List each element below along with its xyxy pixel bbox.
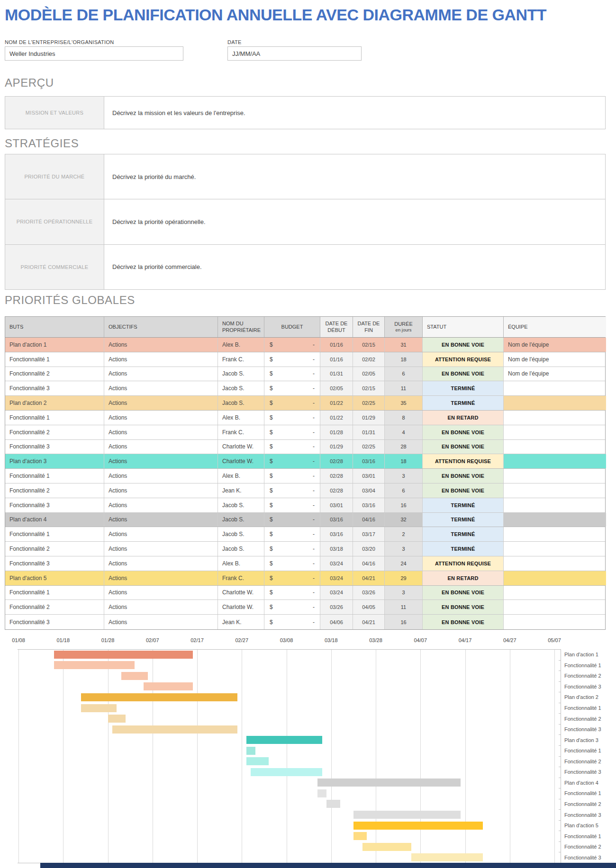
cell-objectif[interactable]: Actions bbox=[104, 600, 218, 614]
cell-owner[interactable]: Alex B. bbox=[218, 469, 264, 483]
cell-objectif[interactable]: Actions bbox=[104, 454, 218, 468]
cell-team[interactable] bbox=[504, 600, 606, 614]
status-badge[interactable]: EN BONNE VOIE bbox=[423, 367, 504, 381]
cell-team[interactable] bbox=[504, 440, 606, 454]
cell-but[interactable]: Fonctionnalité 2 bbox=[5, 367, 104, 381]
cell-budget[interactable]: $- bbox=[264, 483, 320, 498]
cell-start-date[interactable]: 03/24 bbox=[320, 556, 353, 571]
cell-owner[interactable]: Charlotte W. bbox=[218, 454, 264, 468]
cell-start-date[interactable]: 01/22 bbox=[320, 411, 353, 425]
cell-end-date[interactable]: 03/16 bbox=[353, 498, 385, 512]
cell-end-date[interactable]: 02/25 bbox=[353, 396, 385, 410]
cell-objectif[interactable]: Actions bbox=[104, 396, 218, 410]
cell-duration[interactable]: 3 bbox=[385, 542, 423, 556]
cell-budget[interactable]: $- bbox=[264, 571, 320, 585]
info-row-text[interactable]: Décrivez la priorité opérationnelle. bbox=[104, 199, 605, 244]
cell-team[interactable] bbox=[504, 556, 606, 571]
cell-owner[interactable]: Charlotte W. bbox=[218, 586, 264, 600]
status-badge[interactable]: ATTENTION REQUISE bbox=[423, 454, 504, 468]
cell-but[interactable]: Fonctionnalité 1 bbox=[5, 586, 104, 600]
cell-end-date[interactable]: 02/15 bbox=[353, 381, 385, 395]
cell-objectif[interactable]: Actions bbox=[104, 542, 218, 556]
cell-budget[interactable]: $- bbox=[264, 542, 320, 556]
cell-team[interactable] bbox=[504, 396, 606, 410]
cell-start-date[interactable]: 02/28 bbox=[320, 454, 353, 468]
cell-end-date[interactable]: 04/21 bbox=[353, 615, 385, 629]
cell-budget[interactable]: $- bbox=[264, 527, 320, 541]
status-badge[interactable]: EN RETARD bbox=[423, 411, 504, 425]
cell-objectif[interactable]: Actions bbox=[104, 483, 218, 498]
cell-start-date[interactable]: 03/16 bbox=[320, 513, 353, 527]
cell-start-date[interactable]: 02/28 bbox=[320, 483, 353, 498]
cell-team[interactable]: Nom de l'équipe bbox=[504, 338, 606, 352]
cell-objectif[interactable]: Actions bbox=[104, 586, 218, 600]
cell-duration[interactable]: 16 bbox=[385, 498, 423, 512]
cell-owner[interactable]: Charlotte W. bbox=[218, 600, 264, 614]
cell-but[interactable]: Fonctionnalité 2 bbox=[5, 483, 104, 498]
cell-team[interactable] bbox=[504, 542, 606, 556]
cell-but[interactable]: Fonctionnalité 1 bbox=[5, 352, 104, 367]
cell-duration[interactable]: 3 bbox=[385, 586, 423, 600]
cell-owner[interactable]: Jacob S. bbox=[218, 513, 264, 527]
cell-duration[interactable]: 29 bbox=[385, 571, 423, 585]
cell-budget[interactable]: $- bbox=[264, 338, 320, 352]
cell-but[interactable]: Plan d'action 1 bbox=[5, 338, 104, 352]
status-badge[interactable]: TERMINÉ bbox=[423, 527, 504, 541]
cell-end-date[interactable]: 03/04 bbox=[353, 483, 385, 498]
cell-team[interactable]: Nom de l'équipe bbox=[504, 367, 606, 381]
status-badge[interactable]: EN BONNE VOIE bbox=[423, 586, 504, 600]
cell-budget[interactable]: $- bbox=[264, 615, 320, 629]
cell-objectif[interactable]: Actions bbox=[104, 571, 218, 585]
cell-owner[interactable]: Jacob S. bbox=[218, 542, 264, 556]
cell-duration[interactable]: 18 bbox=[385, 352, 423, 367]
cell-but[interactable]: Fonctionnalité 3 bbox=[5, 381, 104, 395]
status-badge[interactable]: EN BONNE VOIE bbox=[423, 615, 504, 629]
status-badge[interactable]: TERMINÉ bbox=[423, 542, 504, 556]
cell-objectif[interactable]: Actions bbox=[104, 469, 218, 483]
cell-objectif[interactable]: Actions bbox=[104, 615, 218, 629]
cell-objectif[interactable]: Actions bbox=[104, 381, 218, 395]
cell-team[interactable] bbox=[504, 498, 606, 512]
cell-but[interactable]: Plan d'action 3 bbox=[5, 454, 104, 468]
company-name-input[interactable]: Weller Industries bbox=[5, 46, 183, 61]
cell-duration[interactable]: 16 bbox=[385, 615, 423, 629]
cell-start-date[interactable]: 03/26 bbox=[320, 600, 353, 614]
cell-end-date[interactable]: 02/25 bbox=[353, 440, 385, 454]
cell-duration[interactable]: 35 bbox=[385, 396, 423, 410]
cell-objectif[interactable]: Actions bbox=[104, 425, 218, 439]
status-badge[interactable]: ATTENTION REQUISE bbox=[423, 556, 504, 571]
cell-owner[interactable]: Charlotte W. bbox=[218, 440, 264, 454]
cell-owner[interactable]: Frank C. bbox=[218, 571, 264, 585]
cell-budget[interactable]: $- bbox=[264, 498, 320, 512]
cell-end-date[interactable]: 03/16 bbox=[353, 454, 385, 468]
cell-duration[interactable]: 3 bbox=[385, 469, 423, 483]
cell-end-date[interactable]: 03/26 bbox=[353, 586, 385, 600]
cell-end-date[interactable]: 02/05 bbox=[353, 367, 385, 381]
cell-owner[interactable]: Frank C. bbox=[218, 352, 264, 367]
cell-end-date[interactable]: 03/20 bbox=[353, 542, 385, 556]
cell-team[interactable] bbox=[504, 411, 606, 425]
status-badge[interactable]: EN BONNE VOIE bbox=[423, 469, 504, 483]
status-badge[interactable]: EN BONNE VOIE bbox=[423, 425, 504, 439]
cell-owner[interactable]: Jacob S. bbox=[218, 381, 264, 395]
cell-budget[interactable]: $- bbox=[264, 352, 320, 367]
cell-end-date[interactable]: 04/16 bbox=[353, 556, 385, 571]
cell-start-date[interactable]: 02/28 bbox=[320, 469, 353, 483]
cell-team[interactable] bbox=[504, 615, 606, 629]
cell-but[interactable]: Fonctionnalité 3 bbox=[5, 498, 104, 512]
cell-start-date[interactable]: 01/31 bbox=[320, 367, 353, 381]
cell-objectif[interactable]: Actions bbox=[104, 352, 218, 367]
cell-team[interactable] bbox=[504, 527, 606, 541]
cell-budget[interactable]: $- bbox=[264, 440, 320, 454]
cell-budget[interactable]: $- bbox=[264, 556, 320, 571]
cell-but[interactable]: Fonctionnalité 3 bbox=[5, 556, 104, 571]
cell-budget[interactable]: $- bbox=[264, 469, 320, 483]
cell-duration[interactable]: 6 bbox=[385, 483, 423, 498]
cell-duration[interactable]: 28 bbox=[385, 440, 423, 454]
cell-owner[interactable]: Alex B. bbox=[218, 556, 264, 571]
info-row-text[interactable]: Décrivez la mission et les valeurs de l'… bbox=[104, 97, 605, 129]
status-badge[interactable]: TERMINÉ bbox=[423, 396, 504, 410]
cell-objectif[interactable]: Actions bbox=[104, 338, 218, 352]
cell-but[interactable]: Fonctionnalité 2 bbox=[5, 600, 104, 614]
cell-budget[interactable]: $- bbox=[264, 396, 320, 410]
